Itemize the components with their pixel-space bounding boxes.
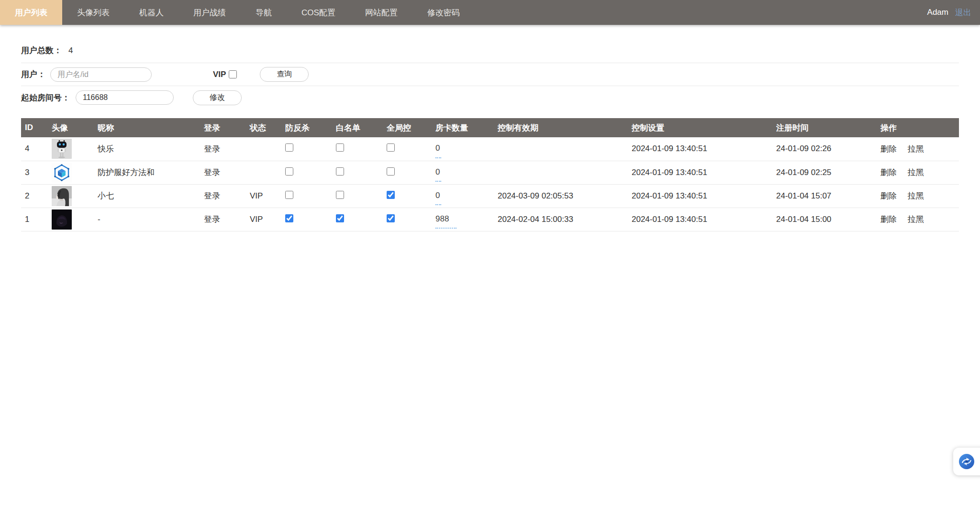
search-button[interactable]: 查询 xyxy=(260,67,309,82)
table-header-row: ID 头像 昵称 登录 状态 防反杀 白名单 全局控 房卡数量 控制有效期 控制… xyxy=(21,118,959,137)
cell-nickname: 快乐 xyxy=(94,137,200,161)
cell-id: 4 xyxy=(21,137,48,161)
col-whitelist: 白名单 xyxy=(332,118,383,137)
cell-nickname: - xyxy=(94,208,200,231)
cell-register-time: 24-01-04 15:00 xyxy=(772,208,877,231)
cell-register-time: 24-01-04 15:07 xyxy=(772,184,877,208)
cell-status xyxy=(246,137,281,161)
whitelist-checkbox[interactable] xyxy=(336,143,344,152)
blacklist-link[interactable]: 拉黑 xyxy=(908,144,924,154)
user-search-input[interactable] xyxy=(50,67,152,82)
login-link[interactable]: 登录 xyxy=(204,191,220,200)
col-control-setting: 控制设置 xyxy=(628,118,772,137)
delete-link[interactable]: 删除 xyxy=(880,168,897,177)
cell-status: VIP xyxy=(246,184,281,208)
cell-control-setting: 2024-01-09 13:40:51 xyxy=(628,137,772,161)
delete-link[interactable]: 删除 xyxy=(880,215,897,224)
vip-filter-checkbox[interactable] xyxy=(229,70,237,78)
room-cards-value: 988 xyxy=(435,210,449,224)
delete-link[interactable]: 删除 xyxy=(880,144,897,154)
room-cards-edit[interactable] xyxy=(435,157,441,158)
user-search-row: 用户： VIP 查询 xyxy=(21,63,959,86)
room-cards-value: 0 xyxy=(435,139,440,153)
cell-id: 2 xyxy=(21,184,48,208)
whitelist-checkbox[interactable] xyxy=(336,191,344,199)
tab-navigation[interactable]: 导航 xyxy=(241,0,287,25)
room-cards-edit[interactable] xyxy=(435,181,441,182)
cell-control-expiry xyxy=(494,161,628,184)
cell-register-time: 24-01-09 02:26 xyxy=(772,137,877,161)
login-link[interactable]: 登录 xyxy=(204,144,220,154)
modify-button[interactable]: 修改 xyxy=(193,90,242,105)
tab-change-password[interactable]: 修改密码 xyxy=(412,0,475,25)
table-row: 3 防护服好方法和 登录 xyxy=(21,161,959,184)
cell-control-expiry: 2024-03-09 02:05:53 xyxy=(494,184,628,208)
start-room-input[interactable] xyxy=(76,90,174,105)
global-control-checkbox[interactable] xyxy=(387,167,395,176)
start-room-row: 起始房间号： 修改 xyxy=(21,86,959,109)
cell-id: 1 xyxy=(21,208,48,231)
anti-kill-checkbox[interactable] xyxy=(285,167,293,176)
tab-site-config[interactable]: 网站配置 xyxy=(350,0,412,25)
whitelist-checkbox[interactable] xyxy=(336,214,344,222)
blue-swirl-extension-icon xyxy=(958,453,975,470)
global-control-checkbox[interactable] xyxy=(387,143,395,152)
col-avatar: 头像 xyxy=(48,118,94,137)
blacklist-link[interactable]: 拉黑 xyxy=(908,191,924,200)
table-row: 2 小七 登录 VIP xyxy=(21,184,959,208)
anti-kill-checkbox[interactable] xyxy=(285,214,293,222)
robot-avatar xyxy=(52,139,72,159)
col-anti-kill: 防反杀 xyxy=(281,118,332,137)
cell-nickname: 小七 xyxy=(94,184,200,208)
col-register-time: 注册时间 xyxy=(772,118,877,137)
logged-in-username: Adam xyxy=(927,8,948,17)
tab-avatar-list[interactable]: 头像列表 xyxy=(62,0,124,25)
nav-account-area: Adam 退出 xyxy=(927,0,971,25)
cell-control-setting: 2024-01-09 13:40:51 xyxy=(628,184,772,208)
tab-user-records[interactable]: 用户战绩 xyxy=(178,0,241,25)
tab-user-list[interactable]: 用户列表 xyxy=(0,0,62,25)
table-row: 4 快乐 xyxy=(21,137,959,161)
main-content: 用户总数： 4 用户： VIP 查询 起始房间号： 修改 ID 头像 昵称 登录 xyxy=(0,38,980,231)
cell-id: 3 xyxy=(21,161,48,184)
room-cards-edit[interactable] xyxy=(435,204,441,205)
vip-filter-label: VIP xyxy=(213,70,226,79)
cell-status xyxy=(246,161,281,184)
floating-extension-widget[interactable] xyxy=(953,448,980,475)
global-control-checkbox[interactable] xyxy=(387,191,395,199)
blacklist-link[interactable]: 拉黑 xyxy=(908,215,924,224)
room-cards-edit[interactable] xyxy=(435,228,457,229)
user-table: ID 头像 昵称 登录 状态 防反杀 白名单 全局控 房卡数量 控制有效期 控制… xyxy=(21,118,959,231)
login-link[interactable]: 登录 xyxy=(204,215,220,224)
col-nickname: 昵称 xyxy=(94,118,200,137)
col-id: ID xyxy=(21,118,48,137)
delete-link[interactable]: 删除 xyxy=(880,191,897,200)
cell-control-expiry: 2024-02-04 15:00:33 xyxy=(494,208,628,231)
hexagon-logo-avatar xyxy=(52,163,72,183)
tab-robots[interactable]: 机器人 xyxy=(124,0,178,25)
girl-portrait-avatar xyxy=(52,186,72,206)
tab-cos-config[interactable]: COS配置 xyxy=(287,0,350,25)
room-cards-value: 0 xyxy=(435,163,440,177)
top-nav-bar: 用户列表 头像列表 机器人 用户战绩 导航 COS配置 网站配置 修改密码 Ad… xyxy=(0,0,980,25)
cell-control-expiry xyxy=(494,137,628,161)
user-total-value: 4 xyxy=(68,46,73,55)
login-link[interactable]: 登录 xyxy=(204,168,220,177)
blacklist-link[interactable]: 拉黑 xyxy=(908,168,924,177)
anti-kill-checkbox[interactable] xyxy=(285,191,293,199)
whitelist-checkbox[interactable] xyxy=(336,167,344,176)
user-total-row: 用户总数： 4 xyxy=(21,38,959,63)
col-control-expiry: 控制有效期 xyxy=(494,118,628,137)
logout-link[interactable]: 退出 xyxy=(955,7,971,18)
col-login: 登录 xyxy=(200,118,246,137)
col-actions: 操作 xyxy=(877,118,959,137)
room-cards-value: 0 xyxy=(435,187,440,200)
cell-control-setting: 2024-01-09 13:40:51 xyxy=(628,208,772,231)
global-control-checkbox[interactable] xyxy=(387,214,395,222)
anti-kill-checkbox[interactable] xyxy=(285,143,293,152)
user-total-label: 用户总数： xyxy=(21,45,62,56)
start-room-label: 起始房间号： xyxy=(21,92,70,103)
cell-nickname: 防护服好方法和 xyxy=(94,161,200,184)
col-global-control: 全局控 xyxy=(383,118,432,137)
col-room-cards: 房卡数量 xyxy=(432,118,494,137)
